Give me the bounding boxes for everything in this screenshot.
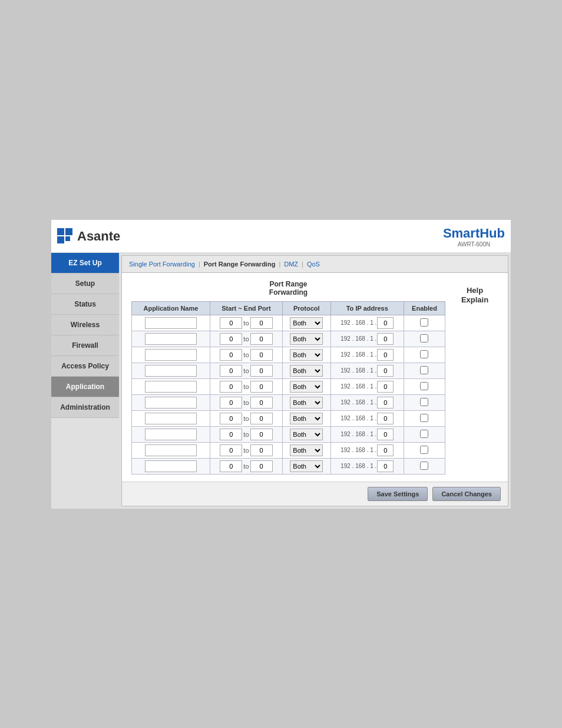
end-port-input-6[interactable]	[250, 413, 273, 424]
start-port-input-8[interactable]	[220, 444, 242, 456]
start-port-input-2[interactable]	[220, 349, 242, 361]
start-port-input-1[interactable]	[220, 333, 242, 345]
enabled-checkbox-9[interactable]	[420, 462, 428, 470]
sidebar-item-status[interactable]: Status	[51, 294, 119, 315]
brand-logo: Asante	[57, 228, 120, 245]
table-row: toBothTCPUDP192 . 168 . 1 .	[132, 426, 445, 442]
app-name-input-4[interactable]	[145, 381, 197, 393]
protocol-select-3[interactable]: BothTCPUDP	[290, 365, 323, 377]
start-port-input-0[interactable]	[220, 317, 242, 329]
table-row: toBothTCPUDP192 . 168 . 1 .	[132, 442, 445, 458]
page-content: Port Range Forwarding Application Name S…	[122, 273, 508, 482]
table-row: toBothTCPUDP192 . 168 . 1 .	[132, 347, 445, 363]
sidebar-item-setup[interactable]: Setup	[51, 274, 119, 294]
tab-dmz[interactable]: DMZ	[284, 261, 298, 268]
end-port-input-2[interactable]	[250, 349, 273, 361]
app-name-input-5[interactable]	[145, 397, 197, 409]
app-name-input-1[interactable]	[145, 333, 197, 345]
start-port-input-7[interactable]	[220, 429, 242, 440]
app-name-input-9[interactable]	[145, 460, 197, 472]
start-port-input-3[interactable]	[220, 365, 242, 377]
brand-name: Asante	[77, 229, 120, 244]
protocol-select-7[interactable]: BothTCPUDP	[290, 429, 323, 440]
start-port-input-4[interactable]	[220, 381, 242, 393]
ip-last-input-3[interactable]	[377, 365, 394, 377]
start-port-input-6[interactable]	[220, 413, 242, 424]
enabled-checkbox-6[interactable]	[420, 414, 428, 422]
enabled-checkbox-1[interactable]	[420, 334, 428, 342]
protocol-select-6[interactable]: BothTCPUDP	[290, 413, 323, 424]
enabled-checkbox-8[interactable]	[420, 446, 428, 454]
port-range-table: Application Name Start ~ End Port Protoc…	[131, 301, 445, 475]
sidebar: EZ Set Up Setup Status Wireless Firewall…	[51, 253, 119, 509]
end-port-input-7[interactable]	[250, 429, 273, 440]
ip-last-input-0[interactable]	[377, 317, 394, 329]
ip-last-input-4[interactable]	[377, 381, 394, 393]
app-name-input-7[interactable]	[145, 429, 197, 440]
start-port-input-9[interactable]	[220, 460, 242, 472]
start-port-input-5[interactable]	[220, 397, 242, 409]
help-title: Help Explain	[451, 286, 498, 306]
form-section: Port Range Forwarding Application Name S…	[131, 280, 445, 475]
enabled-checkbox-2[interactable]	[420, 350, 428, 358]
svg-rect-1	[65, 228, 72, 235]
sidebar-item-firewall[interactable]: Firewall	[51, 335, 119, 356]
end-port-input-4[interactable]	[250, 381, 273, 393]
table-row: toBothTCPUDP192 . 168 . 1 .	[132, 378, 445, 394]
sidebar-item-application[interactable]: Application	[51, 377, 119, 397]
product-logo: SmartHub AWRT-600N	[443, 226, 505, 248]
svg-rect-2	[57, 236, 64, 243]
tab-port-range-forwarding[interactable]: Port Range Forwarding	[204, 261, 276, 268]
ip-last-input-7[interactable]	[377, 429, 394, 440]
asante-icon	[57, 228, 74, 245]
end-port-input-0[interactable]	[250, 317, 273, 329]
protocol-select-5[interactable]: BothTCPUDP	[290, 397, 323, 409]
protocol-select-1[interactable]: BothTCPUDP	[290, 333, 323, 345]
ip-last-input-8[interactable]	[377, 444, 394, 456]
enabled-checkbox-7[interactable]	[420, 430, 428, 438]
app-name-input-2[interactable]	[145, 349, 197, 361]
tab-qos[interactable]: QoS	[307, 261, 320, 268]
sidebar-item-access-policy[interactable]: Access Policy	[51, 356, 119, 377]
table-row: toBothTCPUDP192 . 168 . 1 .	[132, 363, 445, 378]
ip-last-input-1[interactable]	[377, 333, 394, 345]
product-name: SmartHub	[443, 226, 505, 241]
protocol-select-8[interactable]: BothTCPUDP	[290, 444, 323, 456]
end-port-input-9[interactable]	[250, 460, 273, 472]
sidebar-item-wireless[interactable]: Wireless	[51, 315, 119, 335]
app-name-input-0[interactable]	[145, 317, 197, 329]
end-port-input-3[interactable]	[250, 365, 273, 377]
col-header-ip: To IP address	[330, 301, 404, 315]
ip-last-input-9[interactable]	[377, 460, 394, 472]
table-row: toBothTCPUDP192 . 168 . 1 .	[132, 458, 445, 474]
table-row: toBothTCPUDP192 . 168 . 1 .	[132, 331, 445, 347]
enabled-checkbox-0[interactable]	[420, 318, 428, 327]
app-name-input-3[interactable]	[145, 365, 197, 377]
col-header-app: Application Name	[132, 301, 210, 315]
main-container: EZ Set Up Setup Status Wireless Firewall…	[51, 253, 511, 509]
protocol-select-2[interactable]: BothTCPUDP	[290, 349, 323, 361]
protocol-select-4[interactable]: BothTCPUDP	[290, 381, 323, 393]
sidebar-item-administration[interactable]: Administration	[51, 397, 119, 418]
ip-last-input-2[interactable]	[377, 349, 394, 361]
end-port-input-1[interactable]	[250, 333, 273, 345]
end-port-input-5[interactable]	[250, 397, 273, 409]
protocol-select-0[interactable]: BothTCPUDP	[290, 317, 323, 329]
tab-single-port-forwarding[interactable]: Single Port Forwarding	[129, 261, 195, 268]
table-row: toBothTCPUDP192 . 168 . 1 .	[132, 394, 445, 410]
enabled-checkbox-5[interactable]	[420, 398, 428, 406]
protocol-select-9[interactable]: BothTCPUDP	[290, 460, 323, 472]
help-section: Help Explain	[451, 280, 498, 475]
save-button[interactable]: Save Settings	[368, 487, 428, 501]
end-port-input-8[interactable]	[250, 444, 273, 456]
sidebar-item-ezsetup[interactable]: EZ Set Up	[51, 253, 119, 274]
app-name-input-6[interactable]	[145, 413, 197, 424]
bottom-bar: Save Settings Cancel Changes	[122, 482, 508, 506]
ip-last-input-5[interactable]	[377, 397, 394, 409]
svg-rect-3	[65, 236, 70, 241]
enabled-checkbox-3[interactable]	[420, 366, 428, 374]
ip-last-input-6[interactable]	[377, 413, 394, 424]
cancel-button[interactable]: Cancel Changes	[432, 487, 501, 501]
app-name-input-8[interactable]	[145, 444, 197, 456]
enabled-checkbox-4[interactable]	[420, 382, 428, 390]
